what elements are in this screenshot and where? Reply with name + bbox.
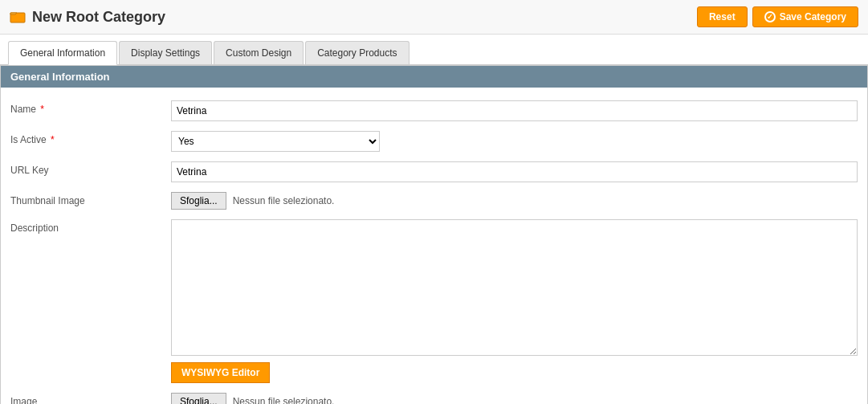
- save-label: Save Category: [780, 11, 846, 22]
- is-active-label: Is Active *: [10, 131, 171, 145]
- thumbnail-file-row: Sfoglia... Nessun file selezionato.: [171, 192, 858, 210]
- url-key-label: URL Key: [10, 161, 171, 176]
- header-buttons: Reset ✓ Save Category: [697, 6, 858, 27]
- section-header: General Information: [1, 66, 867, 88]
- tab-general-information[interactable]: General Information: [8, 41, 117, 65]
- name-label: Name *: [10, 100, 171, 115]
- thumbnail-no-file: Nessun file selezionato.: [233, 195, 335, 206]
- form-row-description: Description WYSIWYG Editor: [1, 214, 867, 388]
- form-body: Name * Is Active * Yes No: [1, 88, 867, 404]
- save-icon: ✓: [764, 11, 776, 22]
- tabs-container: General Information Display Settings Cus…: [0, 35, 868, 65]
- reset-button[interactable]: Reset: [697, 6, 748, 27]
- required-star-active: *: [51, 134, 55, 145]
- image-field: Sfoglia... Nessun file selezionato.: [171, 393, 858, 404]
- image-label: Image: [10, 393, 171, 404]
- wysiwyg-button[interactable]: WYSIWYG Editor: [171, 362, 270, 383]
- tab-custom-design[interactable]: Custom Design: [214, 41, 304, 64]
- header-left: New Root Category: [10, 9, 165, 26]
- thumbnail-field: Sfoglia... Nessun file selezionato.: [171, 192, 858, 210]
- section-title: General Information: [10, 71, 110, 83]
- is-active-select[interactable]: Yes No: [171, 131, 380, 152]
- main-content: General Information Name * Is Active *: [0, 65, 868, 404]
- name-field: [171, 100, 858, 121]
- description-field: WYSIWYG Editor: [171, 219, 858, 383]
- page-title: New Root Category: [32, 9, 165, 26]
- description-textarea[interactable]: [171, 219, 858, 356]
- form-row-url-key: URL Key: [1, 157, 867, 187]
- name-input[interactable]: [171, 100, 858, 121]
- description-label: Description: [10, 219, 171, 234]
- form-row-image: Image Sfoglia... Nessun file selezionato…: [1, 388, 867, 404]
- save-button[interactable]: ✓ Save Category: [752, 6, 858, 27]
- url-key-input[interactable]: [171, 161, 858, 182]
- tab-display-settings[interactable]: Display Settings: [119, 41, 212, 64]
- thumbnail-label: Thumbnail Image: [10, 192, 171, 206]
- url-key-field: [171, 161, 858, 182]
- image-browse-button[interactable]: Sfoglia...: [171, 393, 226, 404]
- page-header: New Root Category Reset ✓ Save Category: [0, 0, 868, 35]
- image-file-row: Sfoglia... Nessun file selezionato.: [171, 393, 858, 404]
- thumbnail-browse-button[interactable]: Sfoglia...: [171, 192, 226, 210]
- form-row-name: Name *: [1, 96, 867, 126]
- form-row-thumbnail: Thumbnail Image Sfoglia... Nessun file s…: [1, 187, 867, 214]
- tab-category-products[interactable]: Category Products: [305, 41, 409, 64]
- form-row-is-active: Is Active * Yes No: [1, 126, 867, 157]
- folder-icon: [10, 9, 26, 25]
- image-no-file: Nessun file selezionato.: [233, 396, 335, 404]
- is-active-field: Yes No: [171, 131, 858, 152]
- required-star: *: [40, 104, 44, 115]
